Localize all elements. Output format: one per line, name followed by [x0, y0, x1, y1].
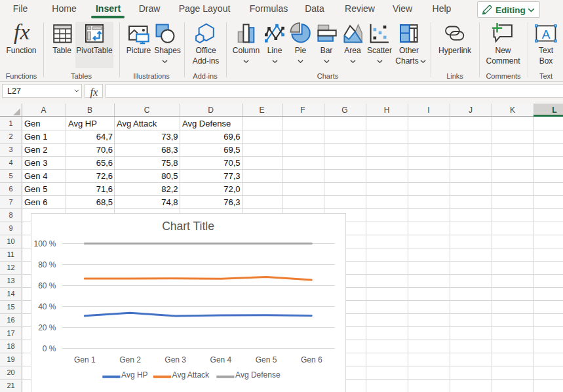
svg-text:60 %: 60 % — [38, 281, 56, 290]
svg-text:40 %: 40 % — [38, 302, 56, 311]
svg-text:Gen 3: Gen 3 — [165, 355, 186, 364]
svg-text:20 %: 20 % — [38, 323, 56, 332]
svg-text:Gen 2: Gen 2 — [119, 355, 141, 364]
svg-text:Chart Title: Chart Title — [162, 220, 214, 233]
svg-text:Gen 6: Gen 6 — [301, 355, 322, 364]
svg-text:Avg Attack: Avg Attack — [172, 370, 210, 380]
svg-text:Avg HP: Avg HP — [121, 370, 147, 380]
svg-text:100 %: 100 % — [33, 239, 56, 248]
svg-text:Gen 4: Gen 4 — [210, 355, 232, 364]
svg-text:Gen 5: Gen 5 — [256, 355, 277, 364]
svg-text:0 %: 0 % — [43, 344, 56, 353]
svg-text:Avg Defense: Avg Defense — [235, 370, 281, 380]
svg-text:Gen 1: Gen 1 — [74, 355, 96, 364]
svg-text:80 %: 80 % — [38, 260, 56, 269]
svg-text:A: A — [542, 28, 551, 41]
